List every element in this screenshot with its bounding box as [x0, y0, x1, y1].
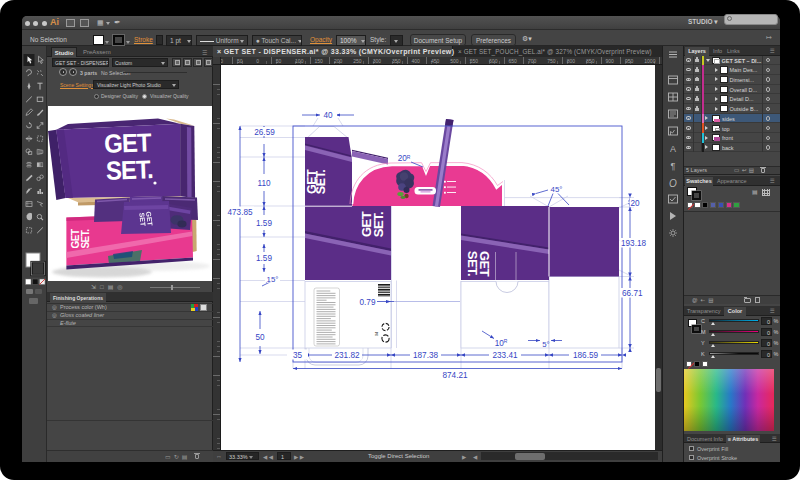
svg-text:SET.: SET. [465, 251, 480, 276]
svg-text:40: 40 [323, 111, 333, 120]
svg-text:233.41: 233.41 [492, 351, 517, 360]
svg-text:GET: GET [104, 127, 152, 158]
svg-text:SET.: SET. [371, 212, 386, 237]
svg-text:O: O [669, 178, 677, 189]
svg-text:15°: 15° [267, 275, 279, 284]
svg-text:20: 20 [631, 199, 641, 208]
svg-text:SET.: SET. [314, 170, 328, 194]
svg-text:186.59: 186.59 [573, 351, 598, 360]
svg-text:45°: 45° [551, 185, 563, 194]
svg-text:187.38: 187.38 [413, 351, 438, 360]
svg-text:A: A [670, 144, 676, 154]
svg-text:1.59: 1.59 [256, 219, 272, 228]
svg-text:20R: 20R [398, 154, 411, 164]
svg-text:231.82: 231.82 [334, 351, 359, 360]
svg-text:5°: 5° [542, 340, 549, 349]
svg-text:26.59: 26.59 [254, 128, 275, 137]
svg-text:04: 04 [375, 332, 379, 336]
svg-text:50: 50 [255, 333, 265, 342]
svg-text:473.85: 473.85 [227, 208, 252, 217]
svg-text:35: 35 [293, 351, 303, 360]
svg-text:0.79: 0.79 [360, 298, 376, 307]
svg-text:110: 110 [257, 179, 270, 188]
svg-text:SET.: SET. [80, 229, 91, 249]
svg-text:874.21: 874.21 [442, 371, 467, 380]
svg-text:1.59: 1.59 [256, 254, 272, 263]
svg-text:SET.: SET. [105, 154, 153, 185]
svg-text:66.71: 66.71 [622, 289, 643, 298]
svg-text:¶: ¶ [671, 161, 676, 171]
svg-text:193.18: 193.18 [621, 239, 646, 248]
